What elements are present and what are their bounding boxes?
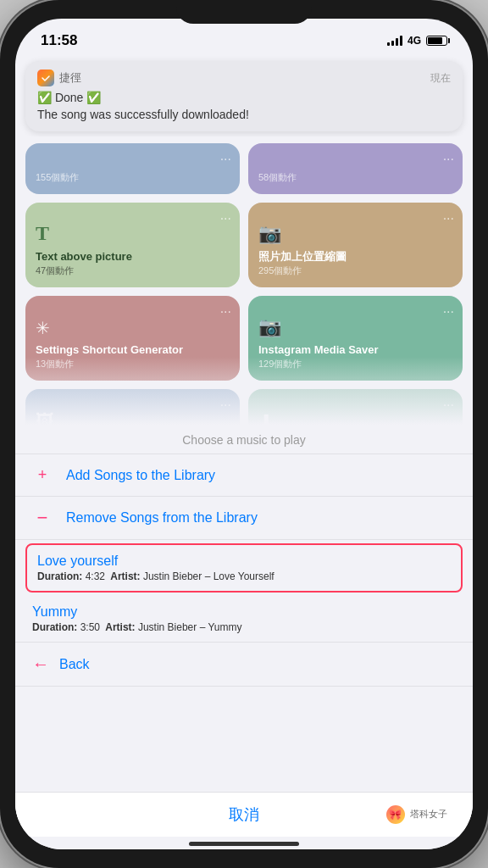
back-row[interactable]: ← Back bbox=[15, 643, 473, 687]
song-title: Love yourself bbox=[37, 554, 451, 569]
song-meta: Duration: 4:32 Artist: Justin Bieber – L… bbox=[37, 570, 451, 582]
song-meta: Duration: 3:50 Artist: Justin Bieber – Y… bbox=[32, 621, 456, 633]
phone-inner: 11:58 4G 捷 bbox=[15, 19, 473, 849]
phone-frame: 11:58 4G 捷 bbox=[0, 0, 488, 868]
status-bar: 11:58 4G bbox=[15, 19, 473, 56]
notif-time: 現在 bbox=[430, 71, 451, 86]
shortcut-card[interactable]: ··· 155個動作 bbox=[25, 143, 240, 194]
shortcut-icon: ✳ bbox=[36, 318, 230, 338]
notif-app-icon bbox=[37, 70, 54, 86]
more-icon[interactable]: ··· bbox=[220, 211, 231, 226]
remove-songs-action[interactable]: − Remove Songs from the Library bbox=[15, 497, 473, 540]
more-icon[interactable]: ··· bbox=[443, 211, 454, 226]
remove-songs-label: Remove Songs from the Library bbox=[66, 510, 258, 526]
bottom-sheet: Choose a music to play + Add Songs to th… bbox=[15, 425, 473, 849]
notif-body: ✅ Done ✅ The song was successfully downl… bbox=[37, 90, 451, 123]
shortcut-card[interactable]: ··· T Text above picture 47個動作 bbox=[25, 203, 240, 287]
battery-icon bbox=[426, 36, 447, 46]
song-item-yummy[interactable]: Yummy Duration: 3:50 Artist: Justin Bieb… bbox=[15, 596, 473, 643]
add-songs-action[interactable]: + Add Songs to the Library bbox=[15, 454, 473, 497]
song-item-love-yourself[interactable]: Love yourself Duration: 4:32 Artist: Jus… bbox=[25, 543, 463, 593]
shortcut-icon: 📷 bbox=[258, 316, 452, 338]
shortcut-icon: T bbox=[36, 222, 230, 245]
shortcut-card[interactable]: ··· 📷 照片加上位置縮圖 295個動作 bbox=[248, 203, 463, 287]
music-prompt: Choose a music to play bbox=[15, 425, 473, 454]
svg-point-0 bbox=[40, 72, 52, 84]
more-icon[interactable]: ··· bbox=[220, 304, 231, 320]
network-label: 4G bbox=[408, 35, 421, 47]
add-icon: + bbox=[32, 466, 53, 484]
shortcut-card[interactable]: ··· 58個動作 bbox=[248, 143, 463, 194]
notch bbox=[176, 0, 312, 24]
more-icon[interactable]: ··· bbox=[443, 304, 454, 320]
remove-icon: − bbox=[32, 509, 53, 527]
shortcuts-area: ··· 155個動作 ··· 58個動作 ··· T Text above pi… bbox=[15, 136, 473, 425]
song-title: Yummy bbox=[32, 604, 456, 620]
back-arrow-icon: ← bbox=[32, 654, 49, 674]
shortcut-icon: 📷 bbox=[258, 223, 452, 245]
more-icon[interactable]: ··· bbox=[443, 152, 454, 167]
back-label: Back bbox=[59, 657, 90, 672]
add-songs-label: Add Songs to the Library bbox=[66, 468, 215, 483]
status-time: 11:58 bbox=[41, 32, 77, 49]
notification-banner[interactable]: 捷徑 現在 ✅ Done ✅ The song was successfully… bbox=[25, 61, 463, 131]
status-icons: 4G bbox=[387, 35, 447, 47]
watermark: 🎀 塔科女子 bbox=[386, 805, 447, 824]
home-indicator bbox=[189, 842, 299, 846]
notif-app-name: 捷徑 bbox=[59, 70, 81, 86]
more-icon[interactable]: ··· bbox=[220, 152, 231, 167]
signal-bars-icon bbox=[387, 36, 402, 46]
